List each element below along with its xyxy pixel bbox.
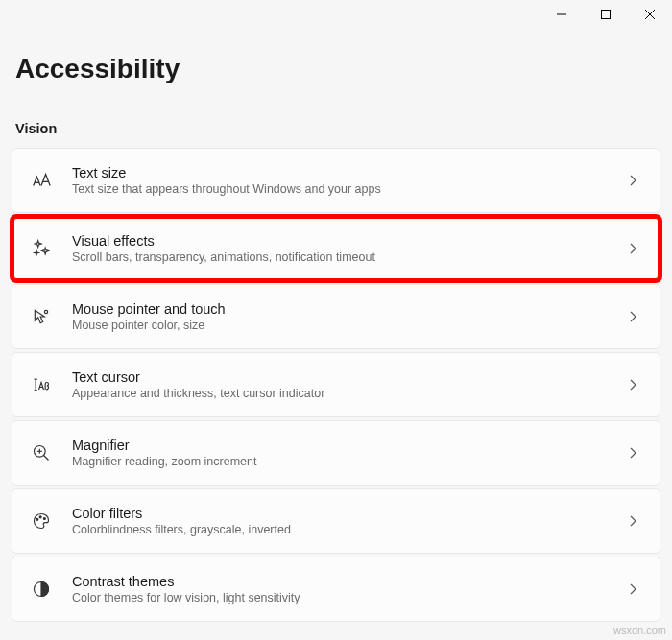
magnifier-icon — [28, 443, 55, 462]
svg-point-4 — [44, 310, 47, 313]
minimize-button[interactable] — [540, 0, 584, 29]
color-filters-icon — [28, 511, 55, 531]
item-magnifier[interactable]: Magnifier Magnifier reading, zoom increm… — [12, 420, 660, 486]
close-button[interactable] — [628, 0, 672, 29]
item-title: Magnifier — [72, 438, 627, 453]
item-text-size[interactable]: Text size Text size that appears through… — [12, 148, 660, 213]
svg-point-14 — [43, 518, 45, 520]
item-text: Visual effects Scroll bars, transparency… — [72, 233, 627, 264]
item-desc: Text size that appears throughout Window… — [72, 182, 627, 196]
page-title: Accessibility — [15, 54, 672, 84]
watermark: wsxdn.com — [613, 625, 666, 636]
item-desc: Mouse pointer color, size — [72, 319, 627, 332]
settings-list: Text size Text size that appears through… — [0, 148, 672, 622]
item-contrast-themes[interactable]: Contrast themes Color themes for low vis… — [12, 557, 660, 622]
text-cursor-icon — [28, 375, 55, 394]
chevron-right-icon — [627, 242, 640, 255]
item-visual-effects[interactable]: Visual effects Scroll bars, transparency… — [12, 216, 660, 281]
item-title: Text cursor — [72, 369, 627, 385]
item-mouse-pointer-touch[interactable]: Mouse pointer and touch Mouse pointer co… — [12, 284, 660, 349]
chevron-right-icon — [627, 514, 640, 528]
item-color-filters[interactable]: Color filters Colorblindness filters, gr… — [12, 488, 660, 554]
svg-point-13 — [39, 516, 41, 518]
item-text: Text size Text size that appears through… — [72, 165, 627, 196]
item-desc: Color themes for low vision, light sensi… — [72, 591, 627, 604]
item-desc: Appearance and thickness, text cursor in… — [72, 387, 627, 400]
item-desc: Magnifier reading, zoom increment — [72, 455, 627, 468]
window-controls — [540, 0, 672, 29]
chevron-right-icon — [627, 446, 640, 460]
item-title: Visual effects — [72, 233, 627, 249]
item-title: Text size — [72, 165, 627, 180]
text-size-icon — [28, 170, 55, 191]
svg-rect-1 — [602, 11, 611, 19]
chevron-right-icon — [627, 310, 640, 323]
svg-point-12 — [36, 518, 38, 520]
item-title: Color filters — [72, 506, 627, 521]
visual-effects-icon — [28, 239, 55, 258]
mouse-pointer-icon — [28, 307, 55, 326]
section-label-vision: Vision — [15, 121, 672, 136]
item-desc: Colorblindness filters, grayscale, inver… — [72, 523, 627, 536]
item-title: Mouse pointer and touch — [72, 301, 627, 317]
chevron-right-icon — [627, 174, 640, 187]
maximize-button[interactable] — [584, 0, 628, 29]
item-text: Color filters Colorblindness filters, gr… — [72, 506, 627, 536]
item-text: Text cursor Appearance and thickness, te… — [72, 369, 627, 400]
item-text: Magnifier Magnifier reading, zoom increm… — [72, 438, 627, 468]
item-title: Contrast themes — [72, 574, 627, 589]
chevron-right-icon — [627, 582, 640, 596]
chevron-right-icon — [627, 378, 640, 391]
item-text: Contrast themes Color themes for low vis… — [72, 574, 627, 604]
item-text-cursor[interactable]: Text cursor Appearance and thickness, te… — [12, 352, 660, 417]
svg-line-9 — [44, 456, 49, 461]
contrast-icon — [28, 580, 55, 599]
item-text: Mouse pointer and touch Mouse pointer co… — [72, 301, 627, 332]
item-desc: Scroll bars, transparency, animations, n… — [72, 250, 627, 264]
